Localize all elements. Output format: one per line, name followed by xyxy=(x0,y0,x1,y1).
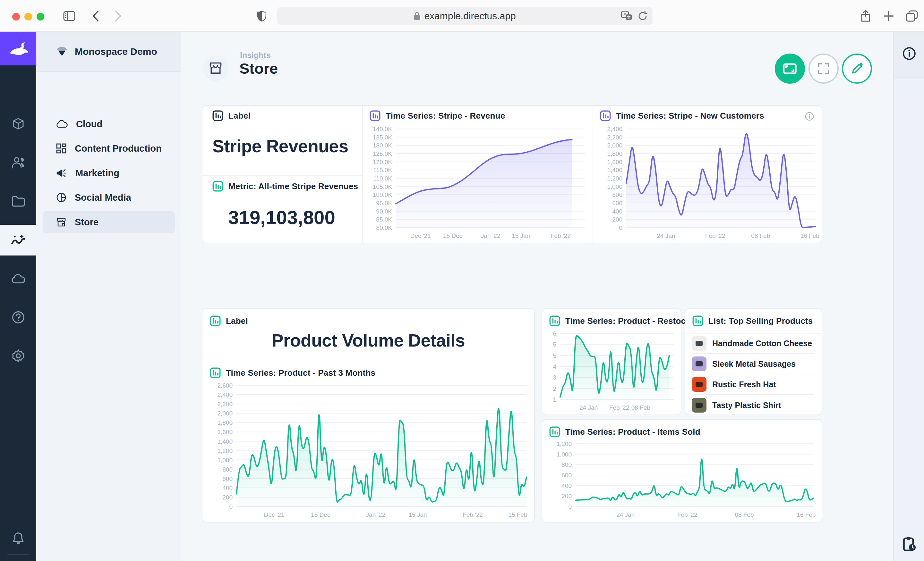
svg-text:Jan '22: Jan '22 xyxy=(481,232,501,239)
svg-text:2: 2 xyxy=(553,385,556,392)
module-bar xyxy=(0,32,36,561)
product-row[interactable]: Handmade Cotton Cheese xyxy=(692,334,814,354)
tabs-overview-icon[interactable] xyxy=(904,8,920,24)
url-bar[interactable]: example.directus.app A文 xyxy=(277,7,652,25)
fullscreen-button[interactable] xyxy=(808,54,838,84)
panel-header-restocks: Time Series: Product - Restocks xyxy=(549,316,695,326)
svg-text:140.0K: 140.0K xyxy=(373,126,392,132)
svg-text:1,200: 1,200 xyxy=(556,440,572,447)
zoom-to-fit-button[interactable] xyxy=(775,54,805,84)
svg-text:600: 600 xyxy=(222,476,232,482)
svg-text:400: 400 xyxy=(222,485,232,491)
forward-button[interactable] xyxy=(110,8,126,24)
product-name: Sleek Metal Sausages xyxy=(712,359,796,369)
browser-chrome: example.directus.app A文 xyxy=(0,0,924,32)
reload-icon[interactable] xyxy=(638,11,648,21)
panel-type-icon xyxy=(549,426,560,437)
new-tab-icon[interactable] xyxy=(881,8,896,24)
svg-text:1,600: 1,600 xyxy=(607,159,622,165)
sidebar-toggle-icon[interactable] xyxy=(62,8,77,24)
module-settings[interactable] xyxy=(0,340,36,371)
product-thumbnail xyxy=(692,377,706,392)
module-files[interactable] xyxy=(0,186,36,217)
module-content[interactable] xyxy=(0,108,36,139)
svg-text:Feb '22: Feb '22 xyxy=(463,511,483,518)
module-users[interactable] xyxy=(0,147,36,178)
pencil-icon xyxy=(850,62,863,75)
cloud-icon xyxy=(56,120,68,128)
sidebar-item-label: Social Media xyxy=(75,192,131,203)
product-row[interactable]: Tasty Plastic Shirt xyxy=(692,395,814,416)
module-insights[interactable] xyxy=(0,225,36,256)
product-name: Rustic Fresh Hat xyxy=(712,380,776,389)
panel-title: Time Series: Stripe - Revenue xyxy=(386,111,505,121)
sidebar-item-label: Content Production xyxy=(75,143,162,154)
panel-header-revenue: Time Series: Stripe - Revenue xyxy=(370,110,505,121)
lock-icon xyxy=(414,12,420,20)
sidebar-item-marketing[interactable]: Marketing xyxy=(43,162,175,184)
svg-text:08 Feb: 08 Feb xyxy=(735,511,754,518)
privacy-shield-icon[interactable] xyxy=(254,8,270,24)
svg-text:Feb '22: Feb '22 xyxy=(609,404,630,411)
svg-text:110.0K: 110.0K xyxy=(373,175,392,182)
svg-text:24 Jan: 24 Jan xyxy=(616,511,634,518)
svg-text:1,400: 1,400 xyxy=(217,438,232,445)
panel-type-icon xyxy=(210,316,221,326)
module-cloud[interactable] xyxy=(0,263,36,294)
svg-text:0: 0 xyxy=(619,224,622,231)
svg-text:6: 6 xyxy=(553,330,556,337)
panel-info-icon[interactable] xyxy=(805,112,814,123)
label-text: Stripe Revenues xyxy=(212,136,348,156)
panel-header-label: Label xyxy=(212,110,250,121)
svg-text:15 Jan: 15 Jan xyxy=(512,232,530,239)
sidebar-item-cloud[interactable]: Cloud xyxy=(43,113,175,135)
activity-log-icon[interactable] xyxy=(894,536,924,553)
svg-text:800: 800 xyxy=(222,466,232,473)
svg-text:1,200: 1,200 xyxy=(217,447,232,454)
past-3-months-chart: 2,6002,4002,2002,0001,8001,6001,4001,200… xyxy=(207,382,530,519)
svg-text:2,600: 2,600 xyxy=(217,382,232,389)
panel-type-icon xyxy=(210,367,221,378)
sidebar-item-social-media[interactable]: Social Media xyxy=(43,186,175,209)
svg-text:2,000: 2,000 xyxy=(607,142,622,149)
page-title: Store xyxy=(239,60,278,77)
notifications-bell-icon[interactable] xyxy=(0,523,36,554)
svg-text:85.0K: 85.0K xyxy=(376,216,392,223)
svg-text:5: 5 xyxy=(553,341,556,348)
svg-text:135.0K: 135.0K xyxy=(373,134,392,141)
storefront-icon xyxy=(208,61,223,75)
project-name: Monospace Demo xyxy=(75,46,157,57)
svg-text:200: 200 xyxy=(561,493,572,500)
svg-text:Feb '22: Feb '22 xyxy=(705,232,725,239)
navigation-sidebar: Monospace Demo Cloud Content Production … xyxy=(36,32,181,561)
breadcrumb[interactable]: Insights xyxy=(240,51,271,60)
sidebar-item-label: Marketing xyxy=(75,168,119,178)
product-row[interactable]: Sleek Metal Sausages xyxy=(692,354,814,374)
product-thumbnail xyxy=(692,356,706,371)
product-name: Handmade Cotton Cheese xyxy=(712,339,812,348)
window-minimize-button[interactable] xyxy=(24,13,32,21)
share-icon[interactable] xyxy=(858,8,873,24)
product-row[interactable]: Rustic Fresh Hat xyxy=(692,374,814,395)
svg-text:1,000: 1,000 xyxy=(217,457,232,464)
sidebar-item-store[interactable]: Store xyxy=(43,211,175,233)
directus-logo[interactable] xyxy=(0,32,36,66)
translate-icon[interactable]: A文 xyxy=(621,11,632,21)
product-name: Tasty Plastic Shirt xyxy=(712,401,781,410)
back-button[interactable] xyxy=(88,8,103,24)
present-screen-icon xyxy=(783,63,797,74)
module-help[interactable] xyxy=(0,302,36,333)
edit-dashboard-button[interactable] xyxy=(842,54,872,84)
svg-text:0: 0 xyxy=(229,503,232,510)
svg-text:Feb '22: Feb '22 xyxy=(677,511,698,518)
window-close-button[interactable] xyxy=(12,13,20,21)
panel-divider xyxy=(202,175,362,176)
info-icon[interactable] xyxy=(894,46,924,61)
sidebar-item-content-production[interactable]: Content Production xyxy=(43,137,175,160)
svg-text:文: 文 xyxy=(627,15,631,19)
window-zoom-button[interactable] xyxy=(37,13,44,21)
project-switcher[interactable]: Monospace Demo xyxy=(36,32,181,72)
svg-text:400: 400 xyxy=(612,208,622,215)
svg-text:08 Feb: 08 Feb xyxy=(632,404,650,411)
svg-text:15 Feb: 15 Feb xyxy=(508,511,527,518)
